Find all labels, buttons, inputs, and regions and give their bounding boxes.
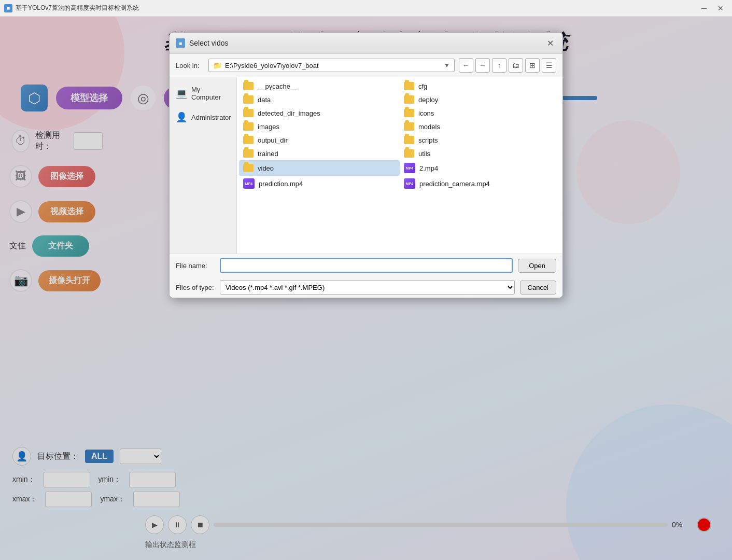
folder-item[interactable]: video: [239, 160, 400, 176]
title-bar: ■ 基于YOLOv7算法的高精度实时目标检测系统 ─ ✕: [0, 0, 732, 17]
look-in-path-display: 📁 E:\Pyside6_yolov7\yolov7_boat ▼: [208, 59, 455, 72]
app-icon: ■: [4, 4, 12, 12]
look-in-bar: Look in: 📁 E:\Pyside6_yolov7\yolov7_boat…: [170, 54, 562, 77]
window-controls: ─ ✕: [697, 3, 728, 13]
folder-item[interactable]: icons: [400, 106, 560, 120]
folder-icon: [404, 109, 414, 117]
folder-item[interactable]: cfg: [400, 79, 560, 93]
folder-name: deploy: [418, 96, 438, 104]
filename-input[interactable]: [220, 258, 513, 273]
mp4-icon: MP4: [243, 178, 255, 189]
filetype-select[interactable]: Videos (*.mp4 *.avi *.gif *.MPEG): [220, 280, 515, 295]
folder-icon: [404, 95, 414, 104]
path-dropdown-arrow[interactable]: ▼: [444, 62, 450, 69]
dialog-title: Select vidos: [189, 39, 540, 47]
folder-icon: [243, 82, 254, 90]
folder-name: images: [258, 123, 279, 131]
folder-name: output_dir: [258, 136, 288, 144]
folder-icon: [243, 136, 254, 144]
dialog-titlebar: ■ Select vidos ✕: [170, 33, 562, 54]
computer-icon: 💻: [176, 88, 187, 99]
file-item[interactable]: MP4prediction_camera.mp4: [400, 176, 560, 191]
filename-label: File name:: [176, 262, 215, 270]
nav-forward-button[interactable]: →: [475, 58, 490, 73]
folder-item[interactable]: __pycache__: [239, 79, 400, 93]
file-item[interactable]: MP4prediction.mp4: [239, 176, 400, 191]
folder-item[interactable]: deploy: [400, 93, 560, 106]
folder-icon: [404, 149, 414, 158]
folder-item[interactable]: models: [400, 120, 560, 133]
file-name: prediction.mp4: [259, 180, 303, 188]
folder-icon: [243, 95, 254, 104]
user-icon: 👤: [176, 111, 187, 123]
my-computer-label: My Computer: [191, 86, 230, 101]
sidebar-item-administrator[interactable]: 👤 Administrator: [170, 107, 236, 127]
folder-icon: [243, 109, 254, 117]
folder-item[interactable]: detected_dir_images: [239, 106, 400, 120]
filetype-label: Files of type:: [176, 284, 215, 291]
folder-name: detected_dir_images: [258, 109, 320, 117]
nav-up-button[interactable]: ↑: [492, 58, 506, 73]
folder-item[interactable]: utils: [400, 147, 560, 160]
nav-back-button[interactable]: ←: [459, 58, 473, 73]
folder-icon: [243, 149, 254, 158]
filename-bar: File name: Open: [170, 254, 562, 277]
file-dialog: ■ Select vidos ✕ Look in: 📁 E:\Pyside6_y…: [169, 32, 563, 298]
look-in-nav: ← → ↑ 🗂 ⊞ ☰: [459, 58, 556, 73]
folder-name: cfg: [418, 82, 427, 90]
folder-item[interactable]: output_dir: [239, 133, 400, 147]
dialog-sidebar: 💻 My Computer 👤 Administrator: [170, 77, 237, 254]
folder-icon: [243, 164, 254, 172]
close-button[interactable]: ✕: [713, 3, 728, 13]
folder-name: __pycache__: [258, 82, 298, 90]
mp4-icon: MP4: [404, 163, 415, 173]
look-in-label: Look in:: [176, 62, 204, 69]
open-button[interactable]: Open: [518, 259, 556, 273]
folder-icon: [404, 122, 414, 131]
cancel-button[interactable]: Cancel: [520, 281, 556, 295]
dialog-close-button[interactable]: ✕: [544, 37, 556, 49]
folder-name: data: [258, 96, 271, 104]
filetype-bar: Files of type: Videos (*.mp4 *.avi *.gif…: [170, 277, 562, 298]
folder-icon: [243, 122, 254, 131]
folder-item[interactable]: images: [239, 120, 400, 133]
folder-icon: [404, 136, 414, 144]
dialog-filelist: __pycache__cfgdatadeploydetected_dir_ima…: [237, 77, 562, 254]
window-title: 基于YOLOv7算法的高精度实时目标检测系统: [16, 4, 697, 12]
file-item[interactable]: MP42.mp4: [400, 160, 560, 176]
folder-item[interactable]: trained: [239, 147, 400, 160]
folder-name: trained: [258, 150, 278, 158]
folder-name: scripts: [418, 136, 438, 144]
folder-icon: [404, 82, 414, 90]
path-folder-icon: 📁: [213, 61, 222, 69]
file-name: prediction_camera.mp4: [419, 180, 490, 188]
file-name: 2.mp4: [419, 164, 438, 172]
folder-item[interactable]: data: [239, 93, 400, 106]
dialog-overlay: ■ Select vidos ✕ Look in: 📁 E:\Pyside6_y…: [0, 17, 732, 560]
sidebar-item-my-computer[interactable]: 💻 My Computer: [170, 81, 236, 105]
folder-item[interactable]: scripts: [400, 133, 560, 147]
folder-name: video: [258, 164, 274, 172]
dialog-icon: ■: [176, 38, 185, 48]
dialog-body: 💻 My Computer 👤 Administrator __pycache_…: [170, 77, 562, 254]
path-text: E:\Pyside6_yolov7\yolov7_boat: [225, 62, 319, 69]
administrator-label: Administrator: [191, 114, 231, 121]
app-container: 基于YOLOv7算法的高精度实时目标检测系统 CSDN：BestSongC B站…: [0, 17, 732, 560]
view-icons-button[interactable]: ⊞: [525, 58, 540, 73]
folder-name: icons: [418, 109, 434, 117]
minimize-button[interactable]: ─: [697, 3, 711, 13]
nav-recent-button[interactable]: 🗂: [509, 58, 523, 73]
view-list-button[interactable]: ☰: [542, 58, 556, 73]
folder-name: models: [418, 123, 440, 131]
mp4-icon: MP4: [404, 178, 415, 189]
folder-name: utils: [418, 150, 430, 158]
